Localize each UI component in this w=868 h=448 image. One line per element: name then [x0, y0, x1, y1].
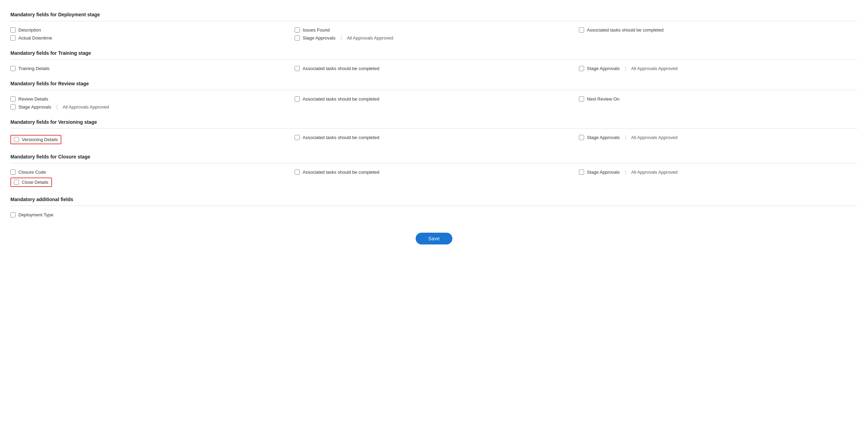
additional-fields: Deployment Type [10, 211, 858, 219]
additional-title: Mandatory additional fields [10, 192, 858, 206]
checkbox-issues-found[interactable] [295, 27, 300, 33]
field-associated-tasks-training: Associated tasks should be completed [295, 64, 573, 72]
training-col2: Associated tasks should be completed [295, 64, 573, 72]
checkbox-actual-downtime[interactable] [10, 35, 16, 41]
additional-col1: Deployment Type [10, 211, 289, 219]
field-stage-approvals-deployment: Stage Approvals All Approvals Approved [295, 34, 573, 42]
checkbox-close-details[interactable] [14, 180, 19, 185]
separator-training [625, 66, 626, 71]
label-associated-tasks-deployment: Associated tasks should be completed [587, 27, 663, 33]
label-issues-found: Issues Found [303, 27, 330, 33]
review-fields: Review Details Stage Approvals All Appro… [10, 95, 858, 111]
deployment-col2: Issues Found Stage Approvals All Approva… [295, 26, 573, 42]
checkbox-description[interactable] [10, 27, 16, 33]
label-stage-approvals-versioning: Stage Approvals [587, 135, 620, 140]
training-section: Mandatory fields for Training stage Trai… [10, 45, 858, 72]
field-associated-tasks-review: Associated tasks should be completed [295, 95, 573, 103]
field-issues-found: Issues Found [295, 26, 573, 34]
training-fields: Training Details Associated tasks should… [10, 64, 858, 72]
checkbox-stage-approvals-deployment[interactable] [295, 35, 300, 41]
training-title: Mandatory fields for Training stage [10, 45, 858, 60]
checkbox-stage-approvals-review[interactable] [10, 104, 16, 110]
checkbox-associated-tasks-training[interactable] [295, 66, 300, 71]
label-close-details: Close Details [22, 180, 49, 185]
field-stage-approvals-review: Stage Approvals All Approvals Approved [10, 103, 289, 111]
label-deployment-type: Deployment Type [18, 212, 53, 217]
label-associated-tasks-review: Associated tasks should be completed [303, 96, 379, 102]
review-col1: Review Details Stage Approvals All Appro… [10, 95, 289, 111]
checkbox-associated-tasks-deployment[interactable] [579, 27, 584, 33]
review-section: Mandatory fields for Review stage Review… [10, 76, 858, 111]
versioning-col2: Associated tasks should be completed [295, 133, 573, 146]
field-close-details: Close Details [10, 176, 289, 188]
close-details-highlight: Close Details [10, 178, 52, 187]
deployment-fields: Description Actual Downtime Issues Found… [10, 26, 858, 42]
label-description: Description [18, 27, 41, 33]
field-actual-downtime: Actual Downtime [10, 34, 289, 42]
checkbox-stage-approvals-versioning[interactable] [579, 135, 584, 140]
checkbox-associated-tasks-versioning[interactable] [295, 135, 300, 140]
checkbox-training-details[interactable] [10, 66, 16, 71]
field-deployment-type: Deployment Type [10, 211, 289, 219]
checkbox-associated-tasks-review[interactable] [295, 96, 300, 102]
approval-value-training: All Approvals Approved [631, 66, 678, 71]
checkbox-stage-approvals-closure[interactable] [579, 170, 584, 175]
approval-value-deployment: All Approvals Approved [347, 35, 393, 41]
review-col2: Associated tasks should be completed [295, 95, 573, 111]
label-actual-downtime: Actual Downtime [18, 35, 52, 41]
versioning-title: Mandatory fields for Versioning stage [10, 114, 858, 129]
approval-value-review: All Approvals Approved [63, 104, 109, 110]
additional-section: Mandatory additional fields Deployment T… [10, 192, 858, 219]
checkbox-closure-code[interactable] [10, 170, 16, 175]
field-description: Description [10, 26, 289, 34]
label-closure-code: Closure Code [18, 170, 46, 175]
save-btn-container: Save [10, 233, 858, 251]
field-closure-code: Closure Code [10, 168, 289, 176]
label-stage-approvals-review: Stage Approvals [18, 104, 51, 110]
label-training-details: Training Details [18, 66, 50, 71]
checkbox-associated-tasks-closure[interactable] [295, 170, 300, 175]
deployment-title: Mandatory fields for Deployment stage [10, 7, 858, 21]
deployment-col1: Description Actual Downtime [10, 26, 289, 42]
approval-value-closure: All Approvals Approved [631, 170, 678, 175]
separator-review [57, 105, 57, 110]
closure-title: Mandatory fields for Closure stage [10, 149, 858, 163]
approval-value-versioning: All Approvals Approved [631, 135, 678, 140]
review-title: Mandatory fields for Review stage [10, 76, 858, 90]
versioning-details-highlight: Versioning Details [10, 135, 61, 144]
label-associated-tasks-training: Associated tasks should be completed [303, 66, 379, 71]
checkbox-stage-approvals-training[interactable] [579, 66, 584, 71]
versioning-section: Mandatory fields for Versioning stage Ve… [10, 114, 858, 146]
field-stage-approvals-versioning: Stage Approvals All Approvals Approved [579, 133, 858, 141]
field-associated-tasks-closure: Associated tasks should be completed [295, 168, 573, 176]
versioning-fields: Versioning Details Associated tasks shou… [10, 133, 858, 146]
separator-versioning [625, 135, 626, 140]
closure-section: Mandatory fields for Closure stage Closu… [10, 149, 858, 188]
deployment-section: Mandatory fields for Deployment stage De… [10, 7, 858, 42]
save-button[interactable]: Save [416, 233, 452, 244]
field-versioning-details: Versioning Details [10, 133, 289, 146]
checkbox-review-details[interactable] [10, 96, 16, 102]
field-stage-approvals-training: Stage Approvals All Approvals Approved [579, 64, 858, 72]
label-stage-approvals-closure: Stage Approvals [587, 170, 620, 175]
label-stage-approvals-training: Stage Approvals [587, 66, 620, 71]
closure-col1: Closure Code Close Details [10, 168, 289, 188]
versioning-col1: Versioning Details [10, 133, 289, 146]
checkbox-versioning-details[interactable] [14, 137, 19, 142]
label-review-details: Review Details [18, 96, 48, 102]
field-next-review-on: Next Review On [579, 95, 858, 103]
training-col1: Training Details [10, 64, 289, 72]
field-training-details: Training Details [10, 64, 289, 72]
field-associated-tasks-deployment: Associated tasks should be completed [579, 26, 858, 34]
label-next-review-on: Next Review On [587, 96, 619, 102]
closure-fields: Closure Code Close Details Associated ta… [10, 168, 858, 188]
label-versioning-details: Versioning Details [22, 137, 58, 142]
checkbox-next-review-on[interactable] [579, 96, 584, 102]
separator-deployment [341, 36, 341, 41]
deployment-col3: Associated tasks should be completed [579, 26, 858, 42]
closure-col3: Stage Approvals All Approvals Approved [579, 168, 858, 188]
field-associated-tasks-versioning: Associated tasks should be completed [295, 133, 573, 141]
label-associated-tasks-versioning: Associated tasks should be completed [303, 135, 379, 140]
checkbox-deployment-type[interactable] [10, 212, 16, 217]
review-col3: Next Review On [579, 95, 858, 111]
